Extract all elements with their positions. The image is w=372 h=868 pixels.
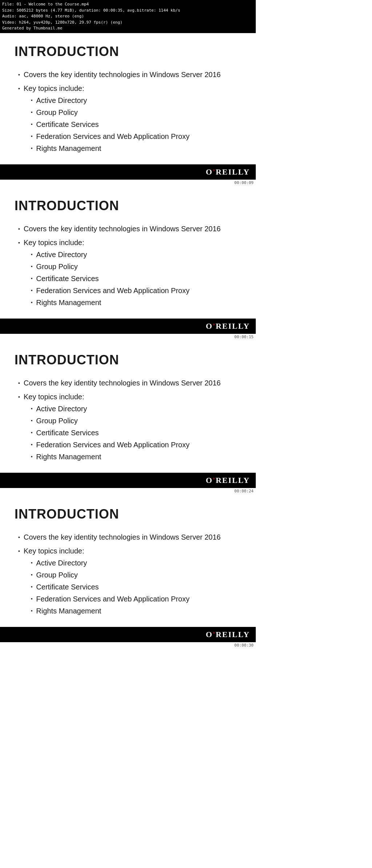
slide-3-oreilly-bar: O'REILLY [0, 473, 256, 488]
oreilly-dot: ' [213, 630, 216, 639]
slide-2-subbullet-2: ▪Group Policy [31, 262, 190, 272]
slide-2-subbullet-5: ▪Rights Management [31, 298, 190, 308]
slide-4-subbullet-1-text: Active Directory [36, 558, 87, 568]
slide-2-subbullet-3: ▪Certificate Services [31, 274, 190, 284]
slide-2-subbullet-4: ▪Federation Services and Web Application… [31, 286, 190, 296]
slide-3-subbullet-2-text: Group Policy [36, 416, 78, 426]
slide-3-subbullet-4: ▪Federation Services and Web Application… [31, 440, 190, 450]
slide-4-subbullet-5: ▪Rights Management [31, 606, 190, 616]
slide-3-subbullet-5: ▪Rights Management [31, 452, 190, 462]
slide-1-subbullet-5: ▪Rights Management [31, 144, 190, 153]
bullet-marker-l2: ▪ [31, 109, 33, 116]
slide-2-subbullet-3-text: Certificate Services [36, 274, 99, 284]
slide-3-title: INTRODUCTION [15, 352, 241, 368]
slide-4-subbullet-3: ▪Certificate Services [31, 582, 190, 592]
slide-4-bullet-2: ▪Key topics include:▪Active Directory▪Gr… [18, 546, 241, 618]
oreilly-logo: O'REILLY [206, 476, 250, 485]
slide-1-subbullet-4-text: Federation Services and Web Application … [36, 132, 190, 141]
file-info-line5: Generated by Thumbnail.me [2, 25, 254, 32]
slide-1-oreilly-bar: O'REILLY [0, 164, 256, 180]
slide-1-subbullet-4: ▪Federation Services and Web Application… [31, 132, 190, 141]
slide-2-subbullet-4-text: Federation Services and Web Application … [36, 286, 190, 296]
bullet-marker-l1: ▪ [18, 548, 20, 555]
file-info-bar: File: 01 - Welcome to the Course.mp4 Siz… [0, 0, 256, 33]
slide-4-subbullet-1: ▪Active Directory [31, 558, 190, 568]
slide-2-subbullet-2-text: Group Policy [36, 262, 78, 272]
file-info-line4: Video: h264, yuv420p, 1280x720, 29.97 fp… [2, 20, 254, 26]
bullet-marker-l2: ▪ [31, 596, 33, 602]
slide-1-title: INTRODUCTION [15, 44, 241, 59]
slide-4-title: INTRODUCTION [15, 507, 241, 522]
slide-2-bullet-1: ▪Covers the key identity technologies in… [18, 224, 241, 234]
slide-3: INTRODUCTION▪Covers the key identity tec… [0, 341, 256, 464]
slide-2-subbullet-1-text: Active Directory [36, 250, 87, 260]
slide-3-subbullet-4-text: Federation Services and Web Application … [36, 440, 190, 450]
slide-2-oreilly-bar: O'REILLY [0, 319, 256, 334]
slide-1: INTRODUCTION▪Covers the key identity tec… [0, 33, 256, 156]
slide-3-subbullet-1-text: Active Directory [36, 404, 87, 414]
slide-1-timestamp: 00:00:09 [0, 180, 256, 187]
slide-3-subbullet-3: ▪Certificate Services [31, 428, 190, 438]
slide-3-subbullet-1: ▪Active Directory [31, 404, 190, 414]
slide-4-subbullet-5-text: Rights Management [36, 606, 101, 616]
slide-2-bullet-1-text: Covers the key identity technologies in … [24, 224, 221, 234]
bullet-marker-l1: ▪ [18, 380, 20, 387]
bullet-marker-l1: ▪ [18, 71, 20, 79]
slide-2-content: ▪Covers the key identity technologies in… [15, 224, 241, 310]
bullet-marker-l2: ▪ [31, 275, 33, 282]
slide-1-bullet-1-text: Covers the key identity technologies in … [24, 69, 221, 80]
slide-4-timestamp: 00:00:30 [0, 642, 256, 650]
slide-4-content: ▪Covers the key identity technologies in… [15, 532, 241, 618]
file-info-line2: Size: 5005212 bytes (4.77 MiB), duration… [2, 8, 254, 14]
slide-2-bullet-2-text: Key topics include:▪Active Directory▪Gro… [24, 237, 190, 310]
slide-1-bullet-1: ▪Covers the key identity technologies in… [18, 69, 241, 80]
bullet-marker-l2: ▪ [31, 97, 33, 104]
slide-1-subbullet-5-text: Rights Management [36, 144, 101, 153]
bullet-marker-l2: ▪ [31, 299, 33, 306]
slide-1-subbullet-3-text: Certificate Services [36, 120, 99, 129]
bullet-marker-l2: ▪ [31, 133, 33, 140]
bullet-marker-l2: ▪ [31, 608, 33, 614]
slide-4-subbullet-2-text: Group Policy [36, 570, 78, 580]
bullet-marker-l2: ▪ [31, 263, 33, 270]
oreilly-logo: O'REILLY [206, 630, 250, 639]
slide-3-timestamp: 00:00:24 [0, 488, 256, 496]
slide-2-subbullet-1: ▪Active Directory [31, 250, 190, 260]
oreilly-dot: ' [213, 476, 216, 485]
slide-4-subbullet-4: ▪Federation Services and Web Application… [31, 594, 190, 604]
slide-2: INTRODUCTION▪Covers the key identity tec… [0, 187, 256, 310]
oreilly-dot: ' [213, 167, 216, 176]
slide-3-subbullet-3-text: Certificate Services [36, 428, 99, 438]
slide-3-subbullet-2: ▪Group Policy [31, 416, 190, 426]
bullet-marker-l1: ▪ [18, 85, 20, 92]
oreilly-dot: ' [213, 321, 216, 331]
file-info-line3: Audio: aac, 48000 Hz, stereo (eng) [2, 13, 254, 20]
bullet-marker-l2: ▪ [31, 560, 33, 566]
slide-3-bullet-2-sublist: ▪Active Directory▪Group Policy▪Certifica… [24, 404, 190, 462]
oreilly-logo: O'REILLY [206, 167, 250, 177]
slide-2-bullet-2: ▪Key topics include:▪Active Directory▪Gr… [18, 237, 241, 310]
bullet-marker-l2: ▪ [31, 121, 33, 128]
slide-3-bullet-1-text: Covers the key identity technologies in … [24, 378, 221, 388]
slide-4-bullet-1-text: Covers the key identity technologies in … [24, 532, 221, 542]
slide-1-subbullet-1: ▪Active Directory [31, 96, 190, 105]
bullet-marker-l2: ▪ [31, 429, 33, 436]
slide-3-subbullet-5-text: Rights Management [36, 452, 101, 462]
slide-2-timestamp: 00:00:15 [0, 334, 256, 341]
slide-4-bullet-2-sublist: ▪Active Directory▪Group Policy▪Certifica… [24, 558, 190, 616]
slides-container: INTRODUCTION▪Covers the key identity tec… [0, 33, 256, 650]
bullet-marker-l1: ▪ [18, 225, 20, 233]
slide-4-bullet-2-text: Key topics include:▪Active Directory▪Gro… [24, 546, 190, 618]
slide-1-subbullet-2: ▪Group Policy [31, 108, 190, 117]
slide-4-subbullet-2: ▪Group Policy [31, 570, 190, 580]
bullet-marker-l2: ▪ [31, 251, 33, 258]
slide-1-subbullet-2-text: Group Policy [36, 108, 78, 117]
slide-1-bullet-2-sublist: ▪Active Directory▪Group Policy▪Certifica… [24, 96, 190, 153]
slide-2-bullet-2-sublist: ▪Active Directory▪Group Policy▪Certifica… [24, 250, 190, 308]
slide-1-subbullet-1-text: Active Directory [36, 96, 87, 105]
bullet-marker-l1: ▪ [18, 239, 20, 247]
bullet-marker-l2: ▪ [31, 287, 33, 294]
slide-4-oreilly-bar: O'REILLY [0, 627, 256, 642]
slide-1-bullet-2: ▪Key topics include:▪Active Directory▪Gr… [18, 83, 241, 156]
slide-1-bullet-2-text: Key topics include:▪Active Directory▪Gro… [24, 83, 190, 156]
